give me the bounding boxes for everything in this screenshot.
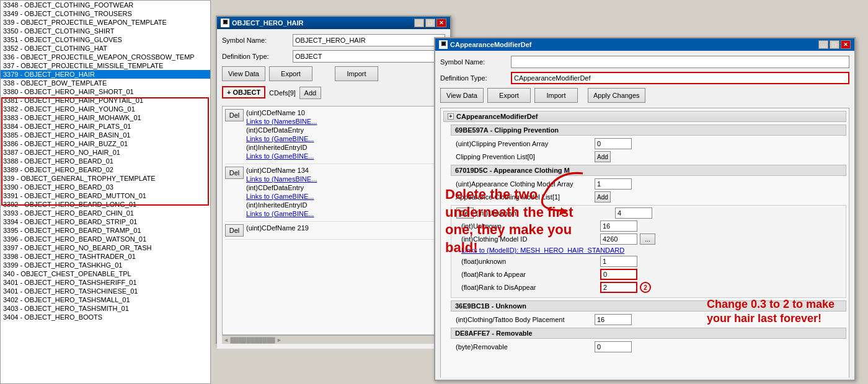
list-item[interactable]: 3394 - OBJECT_HERO_BEARD_STRIP_01 — [1, 217, 210, 226]
list-item[interactable]: 3401 - OBJECT_HERO_TASHCHINESE_01 — [1, 287, 210, 295]
model-link[interactable]: Links to (ModelID): MESH_HERO_HAIR_STAND… — [461, 247, 624, 254]
list-item[interactable]: 3397 - OBJECT_HERO_NO_BEARD_OR_TASH — [1, 243, 210, 252]
list-item[interactable]: 3380 - OBJECT_HERO_HAIR_SHORT_01 — [1, 87, 210, 96]
cdef-type: (uint)CDefName 10 — [246, 109, 316, 116]
right-close-btn[interactable]: ✕ — [841, 40, 851, 49]
del-entry-btn[interactable]: Del — [456, 207, 474, 219]
links-game-link[interactable]: Links to (GameBINE... — [246, 193, 314, 200]
links-names-link[interactable]: Links to (NamesBINE... — [246, 118, 317, 125]
list-item[interactable]: 3396 - OBJECT_HERO_BEARD_WATSON_01 — [1, 235, 210, 243]
list-item[interactable]: 3388 - OBJECT_HERO_BEARD_01 — [1, 157, 210, 165]
right-maximize-btn[interactable]: □ — [830, 40, 839, 49]
list-item[interactable]: 3383 - OBJECT_HERO_HAIR_MOHAWK_01 — [1, 113, 210, 122]
list-item[interactable]: 3395 - OBJECT_HERO_BEARD_TRAMP_01 — [1, 226, 210, 235]
object-list-scroll[interactable]: 3348 - OBJECT_CLOTHING_FOOTWEAR3349 - OB… — [1, 1, 210, 383]
clipping-list-row: Clipping Prevention List[0] Add — [451, 151, 846, 162]
clipping-array-input[interactable] — [595, 138, 632, 149]
list-item[interactable]: 3351 - OBJECT_CLOTHING_GLOVES — [1, 35, 210, 44]
cdefs-add-btn[interactable]: Add — [299, 87, 321, 99]
list-item[interactable]: 3391 - OBJECT_HERO_BEARD_MUTTON_01 — [1, 191, 210, 200]
list-item[interactable]: 3379 - OBJECT_HERO_HAIR — [1, 70, 210, 79]
clothing-model-header: 67019D5C - Appearance Clothing M — [451, 165, 846, 176]
float-unknown-input[interactable] — [600, 256, 637, 267]
list-item[interactable]: 3381 - OBJECT_HERO_HAIR_PONYTAIL_01 — [1, 96, 210, 105]
mid-hscroll[interactable]: ◄ ▓▓▓▓▓▓▓▓▓▓▓ ► — [222, 335, 445, 344]
list-item[interactable]: 3350 - OBJECT_CLOTHING_SHIRT — [1, 27, 210, 35]
list-item[interactable]: 3352 - OBJECT_CLOTHING_HAT — [1, 44, 210, 53]
list-item[interactable]: 3398 - OBJECT_HERO_TASHTRADER_01 — [1, 252, 210, 261]
list-item[interactable]: 3382 - OBJECT_HERO_HAIR_YOUNG_01 — [1, 105, 210, 113]
rank-disappear-input[interactable] — [600, 282, 637, 293]
list-item[interactable]: 3402 - OBJECT_HERO_TASHSMALL_01 — [1, 295, 210, 304]
removable-input[interactable] — [595, 341, 632, 352]
clipping-section-label: 69BE597A - Clipping Prevention — [455, 126, 559, 134]
body-placement-input[interactable] — [595, 314, 632, 325]
clothing-model-id-ellipsis[interactable]: ... — [640, 233, 655, 245]
cdef-row: Del (uint)CDefName 219 — [225, 224, 442, 240]
list-item[interactable]: 3386 - OBJECT_HERO_HAIR_BUZZ_01 — [1, 139, 210, 148]
mid-minimize-btn[interactable]: _ — [414, 19, 424, 27]
right-minimize-btn[interactable]: _ — [818, 40, 828, 49]
right-apply-changes-btn[interactable]: Apply Changes — [588, 88, 645, 103]
list-item[interactable]: 3393 - OBJECT_HERO_BEARD_CHIN_01 — [1, 209, 210, 217]
list-item[interactable]: 3389 - OBJECT_HERO_BEARD_02 — [1, 165, 210, 174]
cdef-inherited-id: (int)InheritedEntryID — [246, 144, 307, 151]
right-symbol-name-row: Symbol Name: — [440, 56, 849, 68]
list-item[interactable]: 3384 - OBJECT_HERO_HAIR_PLATS_01 — [1, 122, 210, 131]
list-item[interactable]: 3392 - OBJECT_HERO_BEARD_LONG_01 — [1, 200, 210, 209]
rank-disappear-row: (float)Rank to DisAppear 2 — [456, 282, 846, 293]
mid-maximize-btn[interactable]: □ — [425, 19, 435, 27]
list-item[interactable]: 339 - OBJECT_GENERAL_TROPHY_TEMPLATE — [1, 174, 210, 183]
right-scroll-area[interactable]: + CAppearanceModifierDef 69BE597A - Clip… — [440, 108, 849, 377]
view-data-btn[interactable]: View Data — [222, 66, 265, 81]
right-view-data-btn[interactable]: View Data — [440, 88, 484, 103]
int-unknown-1-input[interactable] — [615, 207, 652, 219]
list-item[interactable]: 3385 - OBJECT_HERO_HAIR_BASIN_01 — [1, 131, 210, 139]
clipping-add-btn[interactable]: Add — [595, 151, 611, 162]
list-item[interactable]: 340 - OBJECT_CHEST_OPENABLE_TPL — [1, 269, 210, 278]
links-names-link[interactable]: Links to (NamesBINE... — [246, 175, 317, 183]
list-item[interactable]: 3348 - OBJECT_CLOTHING_FOOTWEAR — [1, 1, 210, 9]
body-placement-row: (int)Clothing/Tattoo Body Placement — [451, 314, 846, 325]
links-game2-link[interactable]: Links to (GameBINE... — [246, 210, 314, 217]
right-import-btn[interactable]: Import — [534, 88, 578, 103]
list-item[interactable]: 3404 - OBJECT_HERO_BOOTS — [1, 313, 210, 321]
rank-appear-input[interactable] — [600, 269, 637, 280]
links-game-link[interactable]: Links to (GameBINE... — [246, 135, 314, 142]
links-game2-link[interactable]: Links to (GameBINE... — [246, 152, 314, 160]
capp-expand-icon[interactable]: + — [448, 113, 454, 120]
list-item[interactable]: 3401 - OBJECT_HERO_TASHSHERIFF_01 — [1, 278, 210, 287]
list-item[interactable]: 3387 - OBJECT_HERO_NO_HAIR_01 — [1, 148, 210, 157]
import-btn[interactable]: Import — [335, 66, 378, 81]
list-item[interactable]: 339 - OBJECT_PROJECTILE_WEAPON_TEMPLATE — [1, 18, 210, 27]
list-item[interactable]: 337 - OBJECT_PROJECTILE_MISSILE_TEMPLATE — [1, 61, 210, 70]
right-window: ▣ CAppearanceModifierDef _ □ ✕ Symbol Na… — [434, 37, 856, 381]
clothing-model-array-input[interactable] — [595, 178, 632, 190]
int-unknown-2-input[interactable] — [600, 220, 637, 232]
mid-close-btn[interactable]: ✕ — [436, 19, 446, 27]
del-cdef-btn[interactable]: Del — [225, 224, 244, 237]
right-symbol-name-input[interactable] — [511, 56, 849, 68]
right-titlebar-controls: _ □ ✕ — [818, 40, 851, 49]
symbol-name-row: Symbol Name: — [222, 34, 445, 46]
cdef-type: (uint)CDefName 134 — [246, 167, 316, 174]
rank-appear-row: (float)Rank to Appear — [456, 269, 846, 280]
int-unknown-2-row: (int)Unknown — [456, 220, 846, 232]
symbol-name-input[interactable] — [293, 34, 445, 46]
cdef-scroll-area[interactable]: Del (uint)CDefName 10 Links to (NamesBIN… — [222, 106, 445, 335]
list-item[interactable]: 3349 - OBJECT_CLOTHING_TROUSERS — [1, 9, 210, 18]
list-item[interactable]: 3399 - OBJECT_HERO_TASHKHG_01 — [1, 261, 210, 269]
list-item[interactable]: 3403 - OBJECT_HERO_TASHSMITH_01 — [1, 304, 210, 313]
right-definition-type-input[interactable] — [511, 72, 849, 84]
del-cdef-btn[interactable]: Del — [225, 109, 244, 121]
definition-type-input[interactable] — [293, 50, 445, 63]
right-definition-type-label: Definition Type: — [440, 74, 508, 82]
del-cdef-btn[interactable]: Del — [225, 167, 244, 179]
list-item[interactable]: 338 - OBJECT_BOW_TEMPLATE — [1, 79, 210, 87]
clothing-model-id-input[interactable] — [600, 233, 637, 245]
list-item[interactable]: 3390 - OBJECT_HERO_BEARD_03 — [1, 183, 210, 191]
list-item[interactable]: 336 - OBJECT_PROJECTILE_WEAPON_CROSSBOW_… — [1, 53, 210, 61]
right-export-btn[interactable]: Export — [487, 88, 531, 103]
export-btn[interactable]: Export — [269, 66, 312, 81]
clothing-model-add-btn[interactable]: Add — [595, 191, 611, 203]
